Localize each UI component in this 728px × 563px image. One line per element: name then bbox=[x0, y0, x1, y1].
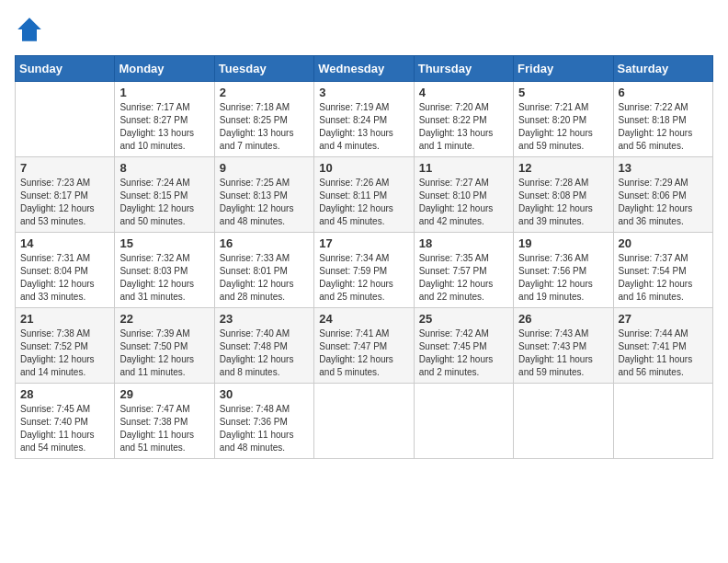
day-info: Sunrise: 7:33 AMSunset: 8:01 PMDaylight:… bbox=[220, 252, 309, 304]
day-number: 18 bbox=[419, 236, 508, 250]
calendar-cell: 30Sunrise: 7:48 AMSunset: 7:36 PMDayligh… bbox=[214, 384, 313, 459]
calendar-cell: 8Sunrise: 7:24 AMSunset: 8:15 PMDaylight… bbox=[115, 157, 214, 233]
day-info: Sunrise: 7:27 AMSunset: 8:10 PMDaylight:… bbox=[419, 177, 508, 228]
day-info: Sunrise: 7:17 AMSunset: 8:27 PMDaylight:… bbox=[119, 101, 209, 153]
day-info: Sunrise: 7:28 AMSunset: 8:08 PMDaylight:… bbox=[518, 177, 608, 228]
day-info: Sunrise: 7:35 AMSunset: 7:57 PMDaylight:… bbox=[419, 252, 508, 304]
day-number: 8 bbox=[119, 161, 209, 175]
day-info: Sunrise: 7:44 AMSunset: 7:41 PMDaylight:… bbox=[619, 327, 708, 379]
calendar-week-row: 28Sunrise: 7:45 AMSunset: 7:40 PMDayligh… bbox=[16, 384, 713, 459]
calendar-cell: 28Sunrise: 7:45 AMSunset: 7:40 PMDayligh… bbox=[16, 384, 115, 459]
weekday-header: Wednesday bbox=[314, 56, 414, 82]
calendar-cell: 6Sunrise: 7:22 AMSunset: 8:18 PMDaylight… bbox=[613, 82, 712, 157]
day-info: Sunrise: 7:24 AMSunset: 8:15 PMDaylight:… bbox=[119, 177, 209, 228]
calendar-cell: 24Sunrise: 7:41 AMSunset: 7:47 PMDayligh… bbox=[314, 308, 414, 384]
calendar-cell: 23Sunrise: 7:40 AMSunset: 7:48 PMDayligh… bbox=[214, 308, 313, 384]
weekday-header: Saturday bbox=[613, 56, 712, 82]
calendar-cell bbox=[314, 384, 414, 459]
calendar-cell: 9Sunrise: 7:25 AMSunset: 8:13 PMDaylight… bbox=[214, 157, 313, 233]
calendar-cell: 25Sunrise: 7:42 AMSunset: 7:45 PMDayligh… bbox=[414, 308, 513, 384]
calendar-cell: 1Sunrise: 7:17 AMSunset: 8:27 PMDaylight… bbox=[115, 82, 214, 157]
calendar-cell: 10Sunrise: 7:26 AMSunset: 8:11 PMDayligh… bbox=[314, 157, 414, 233]
day-number: 1 bbox=[119, 86, 209, 99]
calendar-cell: 3Sunrise: 7:19 AMSunset: 8:24 PMDaylight… bbox=[314, 82, 414, 157]
day-number: 25 bbox=[419, 312, 508, 326]
calendar-cell: 20Sunrise: 7:37 AMSunset: 7:54 PMDayligh… bbox=[613, 233, 712, 308]
day-number: 5 bbox=[518, 86, 608, 99]
page-header bbox=[15, 15, 713, 44]
day-info: Sunrise: 7:23 AMSunset: 8:17 PMDaylight:… bbox=[20, 177, 109, 228]
day-info: Sunrise: 7:47 AMSunset: 7:38 PMDaylight:… bbox=[119, 403, 209, 454]
calendar-cell bbox=[514, 384, 613, 459]
day-info: Sunrise: 7:31 AMSunset: 8:04 PMDaylight:… bbox=[20, 252, 109, 304]
day-info: Sunrise: 7:48 AMSunset: 7:36 PMDaylight:… bbox=[220, 403, 309, 454]
day-number: 11 bbox=[419, 161, 508, 175]
day-number: 12 bbox=[518, 161, 608, 175]
day-info: Sunrise: 7:43 AMSunset: 7:43 PMDaylight:… bbox=[518, 327, 608, 379]
day-number: 23 bbox=[220, 312, 309, 326]
calendar-cell bbox=[414, 384, 513, 459]
calendar-cell bbox=[613, 384, 712, 459]
calendar-cell: 26Sunrise: 7:43 AMSunset: 7:43 PMDayligh… bbox=[514, 308, 613, 384]
day-info: Sunrise: 7:41 AMSunset: 7:47 PMDaylight:… bbox=[319, 327, 408, 379]
day-info: Sunrise: 7:20 AMSunset: 8:22 PMDaylight:… bbox=[419, 101, 508, 153]
day-info: Sunrise: 7:40 AMSunset: 7:48 PMDaylight:… bbox=[220, 327, 309, 379]
weekday-header: Sunday bbox=[16, 56, 115, 82]
day-number: 30 bbox=[220, 387, 309, 401]
day-info: Sunrise: 7:18 AMSunset: 8:25 PMDaylight:… bbox=[220, 101, 309, 153]
day-number: 15 bbox=[119, 236, 209, 250]
day-info: Sunrise: 7:25 AMSunset: 8:13 PMDaylight:… bbox=[220, 177, 309, 228]
day-number: 10 bbox=[319, 161, 408, 175]
calendar-cell: 29Sunrise: 7:47 AMSunset: 7:38 PMDayligh… bbox=[115, 384, 214, 459]
day-info: Sunrise: 7:19 AMSunset: 8:24 PMDaylight:… bbox=[319, 101, 408, 153]
day-info: Sunrise: 7:37 AMSunset: 7:54 PMDaylight:… bbox=[619, 252, 708, 304]
calendar-cell: 17Sunrise: 7:34 AMSunset: 7:59 PMDayligh… bbox=[314, 233, 414, 308]
day-number: 28 bbox=[20, 387, 109, 401]
weekday-header: Thursday bbox=[414, 56, 513, 82]
day-number: 24 bbox=[319, 312, 408, 326]
day-number: 27 bbox=[619, 312, 708, 326]
calendar-cell: 5Sunrise: 7:21 AMSunset: 8:20 PMDaylight… bbox=[514, 82, 613, 157]
day-info: Sunrise: 7:22 AMSunset: 8:18 PMDaylight:… bbox=[619, 101, 708, 153]
calendar-week-row: 7Sunrise: 7:23 AMSunset: 8:17 PMDaylight… bbox=[16, 157, 713, 233]
calendar-cell: 16Sunrise: 7:33 AMSunset: 8:01 PMDayligh… bbox=[214, 233, 313, 308]
day-number: 7 bbox=[20, 161, 109, 175]
day-number: 21 bbox=[20, 312, 109, 326]
day-info: Sunrise: 7:42 AMSunset: 7:45 PMDaylight:… bbox=[419, 327, 508, 379]
day-info: Sunrise: 7:34 AMSunset: 7:59 PMDaylight:… bbox=[319, 252, 408, 304]
day-number: 17 bbox=[319, 236, 408, 250]
weekday-header: Friday bbox=[514, 56, 613, 82]
calendar-cell: 21Sunrise: 7:38 AMSunset: 7:52 PMDayligh… bbox=[16, 308, 115, 384]
day-number: 22 bbox=[119, 312, 209, 326]
day-number: 19 bbox=[518, 236, 608, 250]
day-number: 2 bbox=[220, 86, 309, 99]
day-info: Sunrise: 7:39 AMSunset: 7:50 PMDaylight:… bbox=[119, 327, 209, 379]
calendar-cell: 18Sunrise: 7:35 AMSunset: 7:57 PMDayligh… bbox=[414, 233, 513, 308]
day-info: Sunrise: 7:26 AMSunset: 8:11 PMDaylight:… bbox=[319, 177, 408, 228]
day-info: Sunrise: 7:29 AMSunset: 8:06 PMDaylight:… bbox=[619, 177, 708, 228]
day-number: 9 bbox=[220, 161, 309, 175]
calendar-cell: 11Sunrise: 7:27 AMSunset: 8:10 PMDayligh… bbox=[414, 157, 513, 233]
day-info: Sunrise: 7:45 AMSunset: 7:40 PMDaylight:… bbox=[20, 403, 109, 454]
day-info: Sunrise: 7:21 AMSunset: 8:20 PMDaylight:… bbox=[518, 101, 608, 153]
day-number: 26 bbox=[518, 312, 608, 326]
calendar-cell: 19Sunrise: 7:36 AMSunset: 7:56 PMDayligh… bbox=[514, 233, 613, 308]
day-number: 16 bbox=[220, 236, 309, 250]
calendar: SundayMondayTuesdayWednesdayThursdayFrid… bbox=[15, 55, 713, 459]
calendar-cell: 12Sunrise: 7:28 AMSunset: 8:08 PMDayligh… bbox=[514, 157, 613, 233]
weekday-header: Tuesday bbox=[214, 56, 313, 82]
day-number: 20 bbox=[619, 236, 708, 250]
calendar-cell: 4Sunrise: 7:20 AMSunset: 8:22 PMDaylight… bbox=[414, 82, 513, 157]
day-number: 4 bbox=[419, 86, 508, 99]
calendar-header-row: SundayMondayTuesdayWednesdayThursdayFrid… bbox=[16, 56, 713, 82]
day-number: 3 bbox=[319, 86, 408, 99]
calendar-cell: 13Sunrise: 7:29 AMSunset: 8:06 PMDayligh… bbox=[613, 157, 712, 233]
day-number: 13 bbox=[619, 161, 708, 175]
logo bbox=[15, 15, 48, 44]
calendar-week-row: 14Sunrise: 7:31 AMSunset: 8:04 PMDayligh… bbox=[16, 233, 713, 308]
calendar-week-row: 21Sunrise: 7:38 AMSunset: 7:52 PMDayligh… bbox=[16, 308, 713, 384]
calendar-cell: 14Sunrise: 7:31 AMSunset: 8:04 PMDayligh… bbox=[16, 233, 115, 308]
day-info: Sunrise: 7:32 AMSunset: 8:03 PMDaylight:… bbox=[119, 252, 209, 304]
day-info: Sunrise: 7:38 AMSunset: 7:52 PMDaylight:… bbox=[20, 327, 109, 379]
weekday-header: Monday bbox=[115, 56, 214, 82]
